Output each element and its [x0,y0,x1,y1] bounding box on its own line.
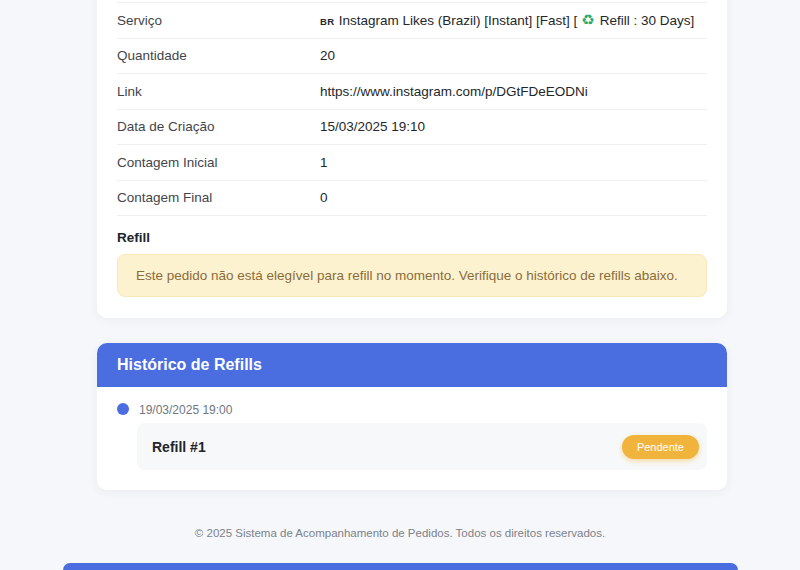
row-value-link-url: https://www.instagram.com/p/DGtFDeEODNi [320,84,588,99]
recycle-icon: ♻ [581,11,594,28]
detail-row-service: Serviço BRInstagram Likes (Brazil) [Inst… [117,3,707,39]
row-label-quantity: Quantidade [117,48,320,63]
footer-text: © 2025 Sistema de Acompanhamento de Pedi… [0,527,800,539]
row-label-start-count: Contagem Inicial [117,155,320,170]
refill-heading: Refill [117,230,707,245]
row-value-creation-date: 15/03/2025 19:10 [320,119,425,134]
row-value-final-count: 0 [320,190,328,205]
detail-row-quantity: Quantidade 20 [117,39,707,75]
refill-section: Refill Este pedido não está elegível par… [117,216,707,297]
status-badge-pendente: Pendente [622,435,699,459]
service-name-text: Instagram Likes (Brazil) [Instant] [Fast… [339,13,578,28]
row-value-service: BRInstagram Likes (Brazil) [Instant] [Fa… [320,11,694,29]
refill-entry-card: Refill #1 Pendente [137,423,707,470]
brazil-flag-text: BR [320,16,335,27]
service-refill-text: Refill : 30 Days] [600,13,695,28]
row-label-creation-date: Data de Criação [117,119,320,134]
refill-entry-date: 19/03/2025 19:00 [139,403,232,417]
detail-row-final-count: Contagem Final 0 [117,181,707,217]
detail-row-creation-date: Data de Criação 15/03/2025 19:10 [117,110,707,146]
refill-entry-label: Refill #1 [152,439,206,455]
detail-row-start-count: Contagem Inicial 1 [117,145,707,181]
refill-ineligible-alert: Este pedido não está elegível para refil… [117,254,707,297]
history-card-body: 19/03/2025 19:00 Refill #1 Pendente [97,387,727,490]
row-label-service: Serviço [117,13,320,28]
row-label-final-count: Contagem Final [117,190,320,205]
row-label-link: Link [117,84,320,99]
history-card-header: Histórico de Refills [97,343,727,387]
next-card-header-partial [63,563,738,570]
detail-row-link: Link https://www.instagram.com/p/DGtFDeE… [117,74,707,110]
order-details-card: Serviço BRInstagram Likes (Brazil) [Inst… [97,0,727,318]
refill-history-card: Histórico de Refills 19/03/2025 19:00 Re… [97,343,727,490]
row-value-quantity: 20 [320,48,335,63]
row-value-start-count: 1 [320,155,328,170]
timeline-dot [117,403,129,415]
history-card-title: Histórico de Refills [117,356,262,374]
